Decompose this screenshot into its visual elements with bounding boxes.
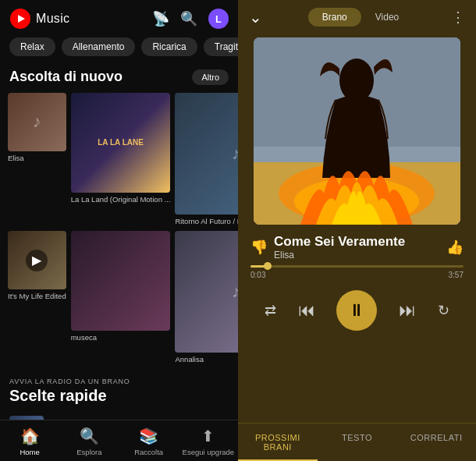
nav-upgrade-label: Esegui upgrade bbox=[183, 448, 235, 456]
album-thumb-elisa: ♪ bbox=[8, 93, 66, 151]
nav-esplora-label: Esplora bbox=[76, 448, 101, 456]
progress-area: 0:03 3:57 bbox=[238, 265, 476, 285]
progress-total: 3:57 bbox=[449, 271, 464, 279]
ascolta-title: Ascolta di nuovo bbox=[9, 69, 123, 85]
chip-allenamento[interactable]: Allenamento bbox=[62, 37, 136, 56]
song-artist: Elisa bbox=[274, 250, 440, 261]
app-title: Music bbox=[36, 12, 69, 26]
player-tabs: Brano Video bbox=[270, 8, 451, 27]
right-panel: ⌄ Brano Video ⋮ bbox=[238, 0, 476, 461]
upgrade-icon: ⬆ bbox=[201, 427, 215, 445]
chips-row: Relax Allenamento Ricarica Tragit bbox=[0, 34, 238, 62]
track-item-beginning[interactable]: In the Beginning Bear McCreary ⋮ bbox=[0, 411, 238, 420]
scelte-title: Scelte rapide bbox=[0, 387, 238, 411]
progress-dot bbox=[264, 262, 272, 270]
cast-icon[interactable]: 📡 bbox=[152, 10, 169, 27]
player-bottom-tabs: PROSSIMI BRANI TESTO CORRELATI bbox=[238, 423, 476, 461]
album-elisa[interactable]: ♪ Elisa bbox=[8, 93, 66, 226]
album-label-museca: museca bbox=[71, 333, 171, 342]
album-ritorno[interactable]: ♪ Ritorno Al Futuro / Back To The Fut... bbox=[175, 93, 238, 226]
progress-fill bbox=[250, 265, 268, 268]
radio-label: AVVIA LA RADIO DA UN BRANO bbox=[0, 371, 238, 387]
album-label-annalisa: Annalisa bbox=[175, 355, 238, 364]
altro-button[interactable]: Altro bbox=[192, 69, 229, 85]
top-bar-icons: 📡 🔍 L bbox=[152, 9, 229, 29]
nav-upgrade[interactable]: ⬆ Esegui upgrade bbox=[179, 420, 238, 461]
album-label-laland: La La Land (Original Motion ... bbox=[71, 195, 171, 204]
youtube-music-logo-icon bbox=[9, 8, 31, 30]
ascolta-section-header: Ascolta di nuovo Altro bbox=[0, 62, 238, 90]
progress-times: 0:03 3:57 bbox=[250, 271, 464, 279]
album-art-large bbox=[254, 37, 460, 225]
album-annalisa[interactable]: ♪ Annalisa bbox=[175, 231, 238, 364]
album-mylife[interactable]: ▶ It's My Life Edited bbox=[8, 231, 66, 364]
album-thumb-ritorno: ♪ bbox=[175, 93, 238, 215]
user-avatar[interactable]: L bbox=[208, 9, 229, 29]
tab-testo[interactable]: TESTO bbox=[318, 424, 397, 461]
shuffle-icon[interactable]: ⇄ bbox=[265, 302, 276, 319]
music-logo: Music bbox=[9, 8, 146, 30]
album-art-canvas bbox=[254, 37, 460, 225]
player-top-bar: ⌄ Brano Video ⋮ bbox=[238, 0, 476, 31]
home-icon: 🏠 bbox=[20, 427, 40, 445]
album-art-svg bbox=[254, 37, 460, 225]
tab-correlati[interactable]: CORRELATI bbox=[396, 424, 476, 461]
progress-bar[interactable] bbox=[250, 265, 464, 268]
track-list: In the Beginning Bear McCreary ⋮ Ario' T… bbox=[0, 411, 238, 420]
nav-home-label: Home bbox=[20, 448, 39, 456]
repeat-icon[interactable]: ↻ bbox=[438, 302, 449, 319]
song-title: Come Sei Veramente bbox=[274, 234, 440, 250]
chip-relax[interactable]: Relax bbox=[9, 37, 55, 56]
albums-grid: ♪ Elisa LA LA LANE La La Land (Original … bbox=[0, 90, 238, 371]
album-thumb-annalisa: ♪ bbox=[175, 231, 238, 353]
song-info: 👎 Come Sei Veramente Elisa 👍 bbox=[238, 234, 476, 265]
play-pause-button[interactable]: ⏸ bbox=[336, 290, 377, 331]
album-label-elisa: Elisa bbox=[8, 154, 66, 163]
nav-raccolta-label: Raccolta bbox=[134, 448, 163, 456]
bottom-nav: 🏠 Home 🔍 Esplora 📚 Raccolta ⬆ Esegui upg… bbox=[0, 420, 238, 461]
tab-brano[interactable]: Brano bbox=[308, 8, 361, 27]
chevron-down-icon[interactable]: ⌄ bbox=[249, 8, 262, 27]
nav-esplora[interactable]: 🔍 Esplora bbox=[59, 420, 119, 461]
left-panel: Music 📡 🔍 L Relax Allenamento Ricarica T… bbox=[0, 0, 238, 461]
esplora-icon: 🔍 bbox=[80, 427, 99, 445]
album-thumb-museca bbox=[71, 231, 171, 331]
thumbs-up-icon[interactable]: 👍 bbox=[446, 239, 464, 256]
song-text: Come Sei Veramente Elisa bbox=[274, 234, 440, 261]
next-track-icon[interactable]: ⏭ bbox=[399, 300, 416, 321]
top-bar: Music 📡 🔍 L bbox=[0, 0, 238, 34]
tab-prossimi-brani[interactable]: PROSSIMI BRANI bbox=[238, 424, 318, 461]
nav-home[interactable]: 🏠 Home bbox=[0, 420, 59, 461]
progress-current: 0:03 bbox=[250, 271, 265, 279]
raccolta-icon: 📚 bbox=[139, 427, 158, 445]
play-overlay: ▶ bbox=[26, 250, 48, 271]
player-more-icon[interactable]: ⋮ bbox=[451, 9, 465, 26]
playback-controls: ⇄ ⏮ ⏸ ⏭ ↻ bbox=[238, 285, 476, 339]
nav-raccolta[interactable]: 📚 Raccolta bbox=[119, 420, 179, 461]
album-label-ritorno: Ritorno Al Futuro / Back To The Fut... bbox=[175, 217, 238, 226]
album-museca[interactable]: museca bbox=[71, 231, 171, 364]
prev-track-icon[interactable]: ⏮ bbox=[298, 300, 315, 321]
thumbs-down-icon[interactable]: 👎 bbox=[250, 239, 268, 256]
album-laland[interactable]: LA LA LANE La La Land (Original Motion .… bbox=[71, 93, 171, 226]
album-thumb-mylife: ▶ bbox=[8, 231, 66, 289]
chip-ricarica[interactable]: Ricarica bbox=[141, 37, 197, 56]
tab-video[interactable]: Video bbox=[361, 8, 413, 27]
album-label-mylife: It's My Life Edited bbox=[8, 292, 66, 301]
search-icon[interactable]: 🔍 bbox=[180, 10, 197, 27]
chip-tragit[interactable]: Tragit bbox=[204, 37, 238, 56]
album-thumb-laland: LA LA LANE bbox=[71, 93, 171, 193]
